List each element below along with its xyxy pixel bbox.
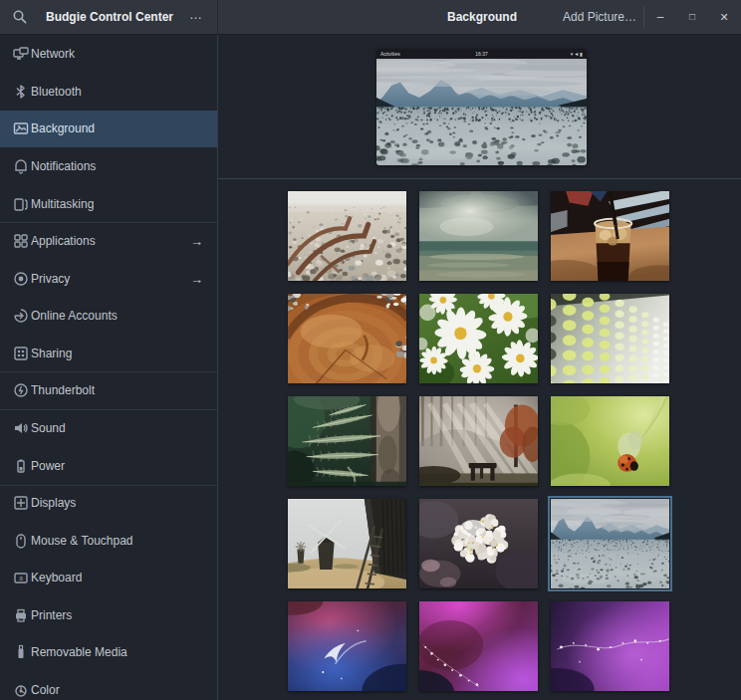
svg-text:a: a [19,575,23,582]
